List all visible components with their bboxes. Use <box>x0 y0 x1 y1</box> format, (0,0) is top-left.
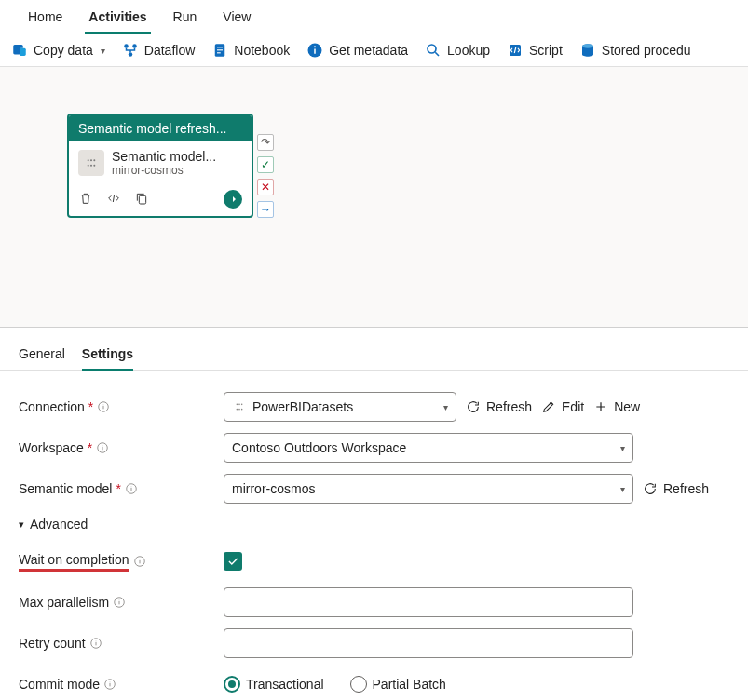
workspace-dropdown[interactable]: Contoso Outdoors Workspace ▾ <box>224 433 633 463</box>
svg-point-19 <box>93 165 95 167</box>
get-metadata-button[interactable]: Get metadata <box>306 42 408 59</box>
status-completion-icon[interactable]: → <box>257 201 274 218</box>
activities-toolbar: Copy data ▾ Dataflow Notebook Get metada… <box>0 34 748 67</box>
svg-point-14 <box>88 159 89 161</box>
settings-panel: Connection* PowerBIDatasets ▾ Refresh Ed… <box>0 371 748 700</box>
chevron-down-icon: ▾ <box>620 443 625 453</box>
connection-value: PowerBIDatasets <box>252 399 353 414</box>
refresh-model-button[interactable]: Refresh <box>643 481 709 496</box>
code-icon[interactable] <box>106 191 121 209</box>
retry-count-label: Retry count <box>19 636 224 651</box>
workspace-label: Workspace* <box>19 440 224 455</box>
dataset-small-icon <box>232 399 247 414</box>
svg-point-9 <box>314 46 316 47</box>
dataflow-button[interactable]: Dataflow <box>122 42 195 59</box>
status-skip-icon[interactable]: ↷ <box>257 134 274 151</box>
copy-data-button[interactable]: Copy data ▾ <box>11 42 105 59</box>
retry-count-input[interactable] <box>224 628 633 658</box>
radio-selected-icon <box>224 676 240 693</box>
wait-on-completion-label: Wait on completion <box>19 552 224 572</box>
script-button[interactable]: Script <box>507 42 563 59</box>
edit-connection-button[interactable]: Edit <box>541 399 584 414</box>
copy-icon[interactable] <box>134 191 149 209</box>
dataset-icon <box>78 150 104 176</box>
tab-general[interactable]: General <box>19 341 65 370</box>
commit-mode-transactional[interactable]: Transactional <box>224 676 324 693</box>
advanced-toggle[interactable]: ▾ Advanced <box>19 517 729 532</box>
run-arrow-icon[interactable] <box>224 190 242 209</box>
info-icon[interactable] <box>89 637 102 650</box>
svg-point-13 <box>582 44 593 48</box>
activity-node-title: Semantic model... <box>112 149 216 164</box>
svg-point-26 <box>238 409 240 411</box>
activity-node-subtitle: mirror-cosmos <box>112 164 216 177</box>
get-metadata-label: Get metadata <box>329 43 408 58</box>
svg-point-25 <box>237 409 238 411</box>
commit-mode-label: Commit mode <box>19 677 224 692</box>
svg-point-2 <box>129 52 133 57</box>
stored-procedure-icon <box>579 42 596 59</box>
info-icon[interactable] <box>113 596 126 609</box>
svg-rect-4 <box>217 47 223 47</box>
info-icon[interactable] <box>125 482 138 495</box>
activity-node-header: Semantic model refresh... <box>69 115 252 141</box>
max-parallelism-input[interactable] <box>224 587 633 617</box>
chevron-down-icon: ▾ <box>101 46 105 56</box>
info-icon[interactable] <box>96 441 109 454</box>
svg-rect-20 <box>139 195 145 204</box>
svg-rect-8 <box>314 49 316 54</box>
activity-node[interactable]: Semantic model refresh... Semantic model… <box>67 114 253 218</box>
notebook-icon <box>211 42 228 59</box>
stored-procedure-label: Stored procedu <box>602 43 691 58</box>
notebook-button[interactable]: Notebook <box>211 42 290 59</box>
info-icon[interactable] <box>103 678 116 691</box>
pipeline-canvas[interactable]: Semantic model refresh... Semantic model… <box>0 67 748 328</box>
copy-data-label: Copy data <box>34 43 93 58</box>
svg-point-18 <box>90 165 92 167</box>
activity-node-body: Semantic model... mirror-cosmos <box>69 141 252 184</box>
semantic-model-dropdown[interactable]: mirror-cosmos ▾ <box>224 474 633 504</box>
dataflow-label: Dataflow <box>144 43 195 58</box>
menu-tabs: Home Activities Run View <box>0 0 748 34</box>
menu-tab-view[interactable]: View <box>210 0 264 34</box>
info-icon[interactable] <box>97 400 110 413</box>
stored-procedure-button[interactable]: Stored procedu <box>579 42 691 59</box>
refresh-connection-button[interactable]: Refresh <box>466 399 532 414</box>
svg-point-1 <box>132 44 137 48</box>
status-fail-icon[interactable]: ✕ <box>257 179 274 195</box>
menu-tab-home[interactable]: Home <box>15 0 75 34</box>
connection-label: Connection* <box>19 399 224 414</box>
lookup-label: Lookup <box>447 43 490 58</box>
svg-point-23 <box>238 404 240 406</box>
info-icon[interactable] <box>133 555 146 568</box>
max-parallelism-label: Max parallelism <box>19 595 224 610</box>
svg-rect-5 <box>217 49 223 50</box>
svg-point-16 <box>93 159 95 161</box>
svg-point-17 <box>88 165 89 167</box>
chevron-down-icon: ▾ <box>443 402 448 412</box>
wait-on-completion-checkbox[interactable] <box>224 552 242 571</box>
commit-mode-partial-batch[interactable]: Partial Batch <box>350 676 446 693</box>
config-tabs: General Settings <box>0 328 748 371</box>
tab-settings[interactable]: Settings <box>82 341 133 370</box>
copy-data-icon <box>11 42 28 59</box>
info-icon <box>306 42 323 59</box>
notebook-label: Notebook <box>234 43 290 58</box>
menu-tab-activities[interactable]: Activities <box>75 0 159 34</box>
menu-tab-run[interactable]: Run <box>160 0 211 34</box>
svg-point-15 <box>90 159 92 161</box>
chevron-down-icon: ▾ <box>620 484 625 494</box>
status-success-icon[interactable]: ✓ <box>257 156 274 173</box>
svg-point-10 <box>428 45 436 53</box>
node-status-handles: ↷ ✓ ✕ → <box>257 134 274 218</box>
lookup-button[interactable]: Lookup <box>425 42 490 59</box>
semantic-model-value: mirror-cosmos <box>232 481 315 496</box>
delete-icon[interactable] <box>78 191 93 209</box>
semantic-model-label: Semantic model* <box>19 481 224 496</box>
svg-point-0 <box>124 44 129 48</box>
new-connection-button[interactable]: New <box>593 399 640 414</box>
connection-dropdown[interactable]: PowerBIDatasets ▾ <box>224 392 456 422</box>
dataflow-icon <box>122 42 139 59</box>
script-label: Script <box>529 43 563 58</box>
svg-point-24 <box>241 404 243 406</box>
